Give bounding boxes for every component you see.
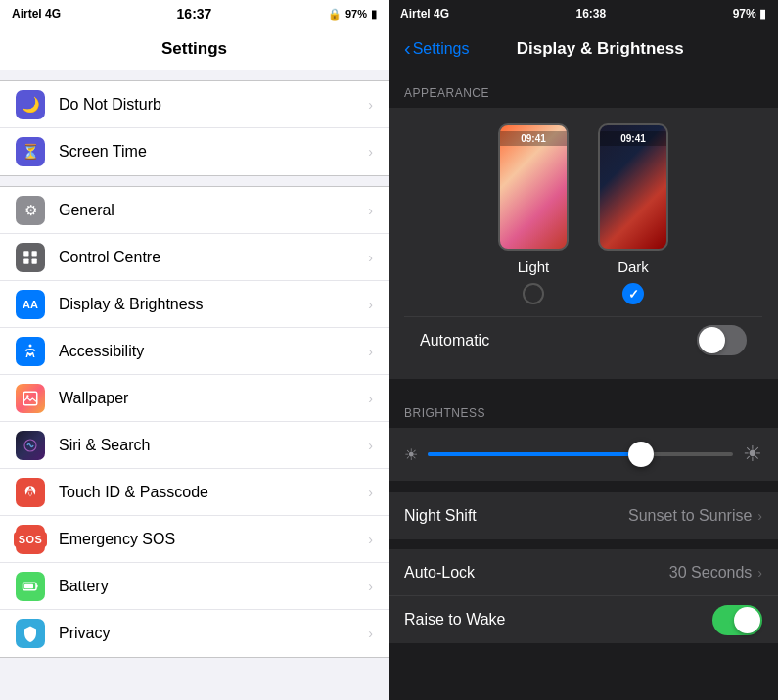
dark-theme-radio[interactable]: ✓ xyxy=(622,283,644,304)
settings-item-wallpaper[interactable]: Wallpaper › xyxy=(0,375,389,422)
settings-item-screen-time[interactable]: ⏳ Screen Time › xyxy=(0,128,389,175)
left-time: 16:37 xyxy=(177,6,212,22)
light-phone-mockup: 09:41 xyxy=(498,123,569,251)
chevron-icon: › xyxy=(368,626,373,641)
settings-item-privacy[interactable]: Privacy › xyxy=(0,610,389,657)
brightness-track[interactable] xyxy=(428,452,733,456)
brightness-section: ☀ ☀ xyxy=(389,428,778,481)
svg-rect-1 xyxy=(32,251,37,256)
right-carrier: Airtel 4G xyxy=(400,7,449,21)
general-icon: ⚙ xyxy=(16,196,45,225)
settings-item-do-not-disturb[interactable]: 🌙 Do Not Disturb › xyxy=(0,81,389,128)
night-shift-group: Night Shift Sunset to Sunrise › xyxy=(389,492,778,539)
chevron-icon: › xyxy=(368,203,373,218)
settings-item-control-centre[interactable]: Control Centre › xyxy=(0,234,389,281)
settings-item-touch-id[interactable]: Touch ID & Passcode › xyxy=(0,469,389,516)
wallpaper-icon xyxy=(16,384,45,413)
chevron-icon: › xyxy=(368,144,373,160)
screen-time-icon: ⏳ xyxy=(16,137,45,166)
wallpaper-label: Wallpaper xyxy=(59,390,368,407)
brightness-fill xyxy=(428,452,641,456)
battery-bar-icon: ▮ xyxy=(371,8,377,21)
settings-item-general[interactable]: ⚙ General › xyxy=(0,187,389,234)
light-theme-radio[interactable] xyxy=(523,283,544,304)
left-nav-header: Settings xyxy=(0,27,389,70)
right-panel: Airtel 4G 16:38 97% ▮ ‹ Settings Display… xyxy=(389,0,778,700)
general-label: General xyxy=(59,202,368,219)
svg-rect-10 xyxy=(24,583,33,588)
automatic-label: Automatic xyxy=(420,332,697,350)
chevron-icon: › xyxy=(368,250,373,265)
emergency-sos-label: Emergency SOS xyxy=(59,531,368,548)
night-shift-row[interactable]: Night Shift Sunset to Sunrise › xyxy=(389,492,778,539)
back-button[interactable]: ‹ Settings xyxy=(404,37,469,60)
brightness-section-label: BRIGHTNESS xyxy=(389,391,778,428)
settings-group-top: 🌙 Do Not Disturb › ⏳ Screen Time › xyxy=(0,80,389,176)
control-centre-label: Control Centre xyxy=(59,249,368,266)
left-battery-icons: 🔒 97% ▮ xyxy=(328,8,377,21)
raise-to-wake-row: Raise to Wake xyxy=(389,596,778,643)
sun-small-icon: ☀ xyxy=(404,445,418,464)
settings-list: 🌙 Do Not Disturb › ⏳ Screen Time › ⚙ Gen… xyxy=(0,70,389,700)
night-shift-value: Sunset to Sunrise xyxy=(628,507,752,525)
dark-theme-option[interactable]: 09:41 Dark ✓ xyxy=(598,123,668,304)
battery-label: Battery xyxy=(59,578,368,595)
divider-3 xyxy=(389,539,778,549)
theme-options: 09:41 Light 09:41 Dark ✓ xyxy=(404,123,762,304)
accessibility-icon xyxy=(16,337,45,366)
right-battery-info: 97% ▮ xyxy=(733,7,766,21)
settings-item-emergency-sos[interactable]: SOS Emergency SOS › xyxy=(0,516,389,563)
brightness-row: ☀ ☀ xyxy=(404,442,762,467)
settings-item-siri[interactable]: Siri & Search › xyxy=(0,422,389,469)
settings-item-accessibility[interactable]: Accessibility › xyxy=(0,328,389,375)
sos-badge-text: SOS xyxy=(14,532,48,547)
left-status-bar: Airtel 4G 16:37 🔒 97% ▮ xyxy=(0,0,389,27)
settings-item-display[interactable]: AA Display & Brightness › xyxy=(0,281,389,328)
siri-icon xyxy=(16,431,45,460)
left-panel: Airtel 4G 16:37 🔒 97% ▮ Settings 🌙 Do No… xyxy=(0,0,389,700)
right-time: 16:38 xyxy=(575,7,606,21)
automatic-row: Automatic xyxy=(404,316,762,363)
settings-item-battery[interactable]: Battery › xyxy=(0,563,389,610)
toggle-knob xyxy=(699,327,725,353)
divider-2 xyxy=(389,483,778,492)
automatic-toggle[interactable] xyxy=(697,325,747,355)
light-theme-label: Light xyxy=(518,258,550,275)
raise-to-wake-toggle[interactable] xyxy=(712,605,762,635)
emergency-sos-icon: SOS xyxy=(16,525,45,554)
right-status-bar: Airtel 4G 16:38 97% ▮ xyxy=(389,0,778,27)
chevron-icon: › xyxy=(368,438,373,453)
right-battery-percent: 97% xyxy=(733,7,756,21)
light-theme-option[interactable]: 09:41 Light xyxy=(498,123,569,304)
left-title: Settings xyxy=(161,39,227,59)
auto-lock-row[interactable]: Auto-Lock 30 Seconds › xyxy=(389,549,778,596)
bottom-group: Auto-Lock 30 Seconds › Raise to Wake xyxy=(389,549,778,643)
battery-icon: 🔒 xyxy=(328,8,342,21)
privacy-icon xyxy=(16,619,45,648)
chevron-icon: › xyxy=(368,485,373,500)
svg-rect-2 xyxy=(23,258,28,263)
appearance-section: 09:41 Light 09:41 Dark ✓ xyxy=(389,108,778,379)
checkmark-icon: ✓ xyxy=(628,287,639,302)
sun-large-icon: ☀ xyxy=(743,442,762,467)
chevron-icon: › xyxy=(368,532,373,547)
privacy-label: Privacy xyxy=(59,625,368,642)
screen-time-label: Screen Time xyxy=(59,143,368,161)
battery-icon-item xyxy=(16,572,45,601)
night-shift-chevron-icon: › xyxy=(757,508,762,524)
right-content: APPEARANCE 09:41 Light 09:41 xyxy=(389,70,778,700)
touch-id-icon xyxy=(16,478,45,507)
settings-group-main: ⚙ General › Control Centre › AA Display … xyxy=(0,186,389,658)
auto-lock-chevron-icon: › xyxy=(757,565,762,581)
right-title: Display & Brightness xyxy=(477,39,723,59)
do-not-disturb-icon: 🌙 xyxy=(16,90,45,119)
night-shift-label: Night Shift xyxy=(404,507,628,525)
raise-to-wake-label: Raise to Wake xyxy=(404,611,712,629)
brightness-thumb[interactable] xyxy=(628,442,654,467)
chevron-icon: › xyxy=(368,297,373,312)
svg-point-6 xyxy=(26,395,28,397)
dark-phone-mockup: 09:41 xyxy=(598,123,668,251)
divider-1 xyxy=(389,381,778,391)
back-chevron-icon: ‹ xyxy=(404,37,411,60)
dark-phone-time: 09:41 xyxy=(600,131,666,146)
